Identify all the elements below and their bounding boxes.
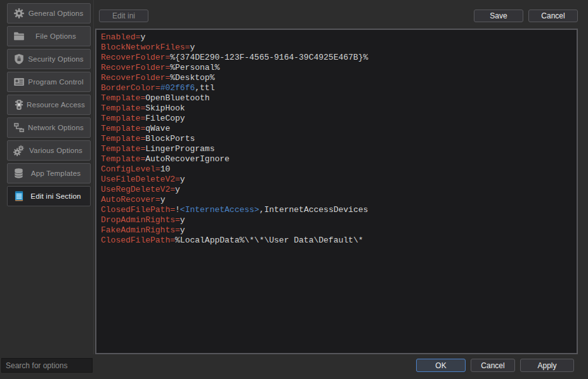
sidebar-item-various-options[interactable]: Various Options [7,140,91,161]
sidebar-item-app-templates[interactable]: App Templates [7,163,91,183]
ini-line: RecoverFolder=%{374DE290-123F-4565-9164-… [101,53,572,63]
sidebar: General OptionsFile OptionsSecurity Opti… [0,0,94,354]
ini-line: Template=BlockPorts [101,134,572,144]
ini-line: Template=LingerPrograms [101,144,572,154]
sidebar-item-resource-access[interactable]: Resource Access [7,95,91,115]
gear-icon [13,7,25,20]
ini-line: FakeAdminRights=y [101,225,572,236]
ini-line: AutoRecover=y [101,195,572,205]
database-icon [13,167,25,180]
ini-line: BlockNetworkFiles=y [101,43,572,53]
sidebar-item-label: Program Control [25,78,86,86]
sidebar-item-general-options[interactable]: General Options [7,3,91,23]
sidebar-item-security-options[interactable]: Security Options [7,49,91,69]
main-panel: Edit ini Save Cancel Enabled=yBlockNetwo… [94,0,588,354]
edit-ini-button[interactable]: Edit ini [99,10,148,22]
cancel-top-button[interactable]: Cancel [528,10,578,22]
save-button[interactable]: Save [474,10,523,22]
ini-line: UseRegDeleteV2=y [101,185,572,195]
ini-editor[interactable]: Enabled=yBlockNetworkFiles=yRecoverFolde… [95,29,578,354]
sidebar-item-program-control[interactable]: Program Control [7,72,91,92]
sidebar-item-label: File Options [25,32,86,40]
content-row: General OptionsFile OptionsSecurity Opti… [0,0,588,354]
toolbar: Edit ini Save Cancel [95,0,578,29]
sidebar-item-label: General Options [25,10,86,17]
ini-line: DropAdminRights=y [101,215,572,225]
sidebar-item-label: Resource Access [25,101,86,109]
notepad-icon [13,190,25,203]
ini-line: RecoverFolder=%Personal% [101,63,572,73]
ok-button[interactable]: OK [416,359,466,372]
sandbox-options-window: General OptionsFile OptionsSecurity Opti… [0,0,588,379]
ini-line: RecoverFolder=%Desktop% [101,73,572,83]
sidebar-tab-list: General OptionsFile OptionsSecurity Opti… [0,0,93,354]
sidebar-item-network-options[interactable]: Network Options [7,117,91,138]
program-card-icon [13,76,25,88]
ini-line: Template=qWave [101,124,572,134]
footer-bar: OK Cancel Apply [0,354,588,379]
cancel-button[interactable]: Cancel [471,359,515,372]
ini-line: ConfigLevel=10 [101,164,572,175]
sidebar-item-label: Various Options [25,147,86,154]
apply-button[interactable]: Apply [520,359,574,372]
ini-line: BorderColor=#02f6f6,ttl [101,83,572,93]
sidebar-item-edit-ini-section[interactable]: Edit ini Section [7,186,91,206]
ini-line: Template=FileCopy [101,114,572,124]
traffic-light-icon [13,98,25,111]
ini-line: Enabled=y [101,32,572,43]
ini-line: UseFileDeleteV2=y [101,175,572,185]
search-input[interactable] [1,358,93,373]
gears-icon [13,144,25,157]
folder-icon [13,30,25,43]
ini-line: Template=OpenBluetooth [101,93,572,103]
sidebar-item-label: App Templates [25,170,86,177]
sidebar-item-label: Security Options [25,55,86,63]
sidebar-item-label: Network Options [25,124,86,131]
ini-line: ClosedFilePath=%LocalAppData%\*\*\User D… [101,236,572,246]
ini-line: Template=SkipHook [101,103,572,114]
network-icon [13,121,25,134]
shield-icon [13,53,25,65]
sidebar-item-file-options[interactable]: File Options [7,26,91,46]
sidebar-item-label: Edit ini Section [25,192,86,200]
ini-line: ClosedFilePath=!<InternetAccess>,Interne… [101,205,572,215]
ini-line: Template=AutoRecoverIgnore [101,154,572,164]
